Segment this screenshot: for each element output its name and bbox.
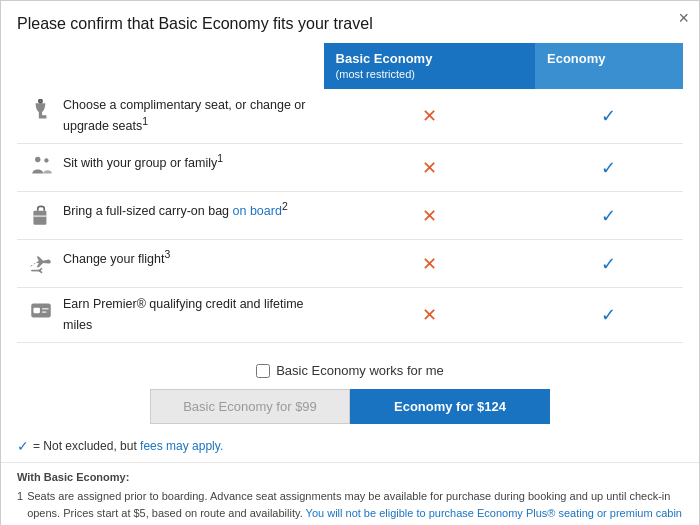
x-mark-icon: ✕: [422, 305, 437, 325]
checkmark-icon: ✓: [601, 254, 616, 274]
table-row: Choose a complimentary seat, or change o…: [17, 89, 683, 144]
basic-economy-checkbox[interactable]: [256, 364, 270, 378]
table-row: Change your flight3✕✓: [17, 240, 683, 288]
svg-rect-7: [33, 308, 40, 313]
svg-point-0: [39, 100, 42, 103]
economy-column-header: Economy: [535, 43, 683, 89]
fees-link[interactable]: fees may apply.: [140, 439, 223, 453]
feature-text: Earn Premier® qualifying credit and life…: [63, 296, 314, 334]
flight-change-icon: [27, 248, 55, 279]
economy-cell: ✓: [535, 89, 683, 144]
economy-cell: ✓: [535, 240, 683, 288]
basic-economy-cell: ✕: [324, 240, 535, 288]
checkbox-row: Basic Economy works for me: [17, 353, 683, 389]
footnote-text: = Not excluded, but fees may apply.: [33, 439, 223, 453]
footnote-row: ✓ = Not excluded, but fees may apply.: [1, 434, 699, 462]
checkmark-icon: ✓: [601, 106, 616, 126]
feature-text: Bring a full-sized carry-on bag on board…: [63, 200, 314, 221]
feature-text: Change your flight3: [63, 248, 314, 269]
note-text: Seats are assigned prior to boarding. Ad…: [27, 488, 683, 525]
checkmark-icon: ✓: [601, 158, 616, 178]
x-mark-icon: ✕: [422, 206, 437, 226]
feature-text: Sit with your group or family1: [63, 152, 314, 173]
dialog-title: Please confirm that Basic Economy fits y…: [1, 1, 699, 43]
basic-economy-button[interactable]: Basic Economy for $99: [150, 389, 350, 424]
economy-cell: ✓: [535, 192, 683, 240]
seat-icon: [27, 97, 55, 128]
bag-icon: [27, 200, 55, 231]
note-number: 1: [17, 488, 23, 525]
economy-cell: ✓: [535, 144, 683, 192]
close-button[interactable]: ×: [678, 9, 689, 27]
group-icon: [27, 152, 55, 183]
basic-economy-cell: ✕: [324, 144, 535, 192]
checkbox-label-text: Basic Economy works for me: [276, 363, 444, 378]
svg-point-1: [35, 157, 40, 162]
table-row: Bring a full-sized carry-on bag on board…: [17, 192, 683, 240]
check-icon: ✓: [17, 438, 29, 454]
checkmark-icon: ✓: [601, 206, 616, 226]
table-row: Earn Premier® qualifying credit and life…: [17, 288, 683, 343]
x-mark-icon: ✕: [422, 158, 437, 178]
fine-print-note: 1Seats are assigned prior to boarding. A…: [17, 488, 683, 525]
x-mark-icon: ✕: [422, 254, 437, 274]
fine-print-title: With Basic Economy:: [17, 469, 683, 486]
basic-economy-cell: ✕: [324, 89, 535, 144]
svg-rect-3: [33, 211, 46, 225]
basic-economy-cell: ✕: [324, 192, 535, 240]
fine-print-section: With Basic Economy: 1Seats are assigned …: [1, 462, 699, 525]
button-row: Basic Economy for $99 Economy for $124: [17, 389, 683, 424]
comparison-table: Basic Economy (most restricted) Economy …: [17, 43, 683, 343]
economy-button[interactable]: Economy for $124: [350, 389, 550, 424]
basic-economy-cell: ✕: [324, 288, 535, 343]
checkmark-icon: ✓: [601, 305, 616, 325]
svg-point-2: [44, 158, 48, 162]
table-row: Sit with your group or family1✕✓: [17, 144, 683, 192]
feature-text: Choose a complimentary seat, or change o…: [63, 97, 314, 135]
economy-cell: ✓: [535, 288, 683, 343]
basic-economy-checkbox-label[interactable]: Basic Economy works for me: [256, 363, 444, 378]
feature-column-header: [17, 43, 324, 89]
x-mark-icon: ✕: [422, 106, 437, 126]
miles-icon: [27, 296, 55, 327]
basic-economy-column-header: Basic Economy (most restricted): [324, 43, 535, 89]
